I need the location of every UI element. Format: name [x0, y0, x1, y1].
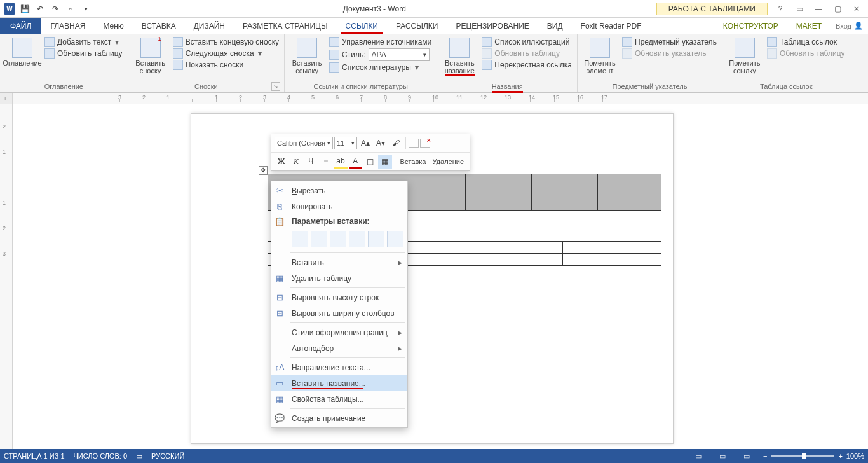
ctx-cut[interactable]: ✂Вырезать: [271, 183, 407, 198]
tab-page-layout[interactable]: РАЗМЕТКА СТРАНИЦЫ: [234, 18, 337, 34]
shading-button[interactable]: ◫: [363, 155, 377, 169]
update-toa-button[interactable]: Обновить таблицу: [766, 48, 846, 59]
font-color-button[interactable]: A: [349, 155, 362, 169]
highlight-button[interactable]: ab: [334, 155, 347, 169]
italic-button[interactable]: К: [289, 155, 302, 169]
mark-citation-button[interactable]: Пометить ссылку: [726, 36, 763, 76]
next-footnote-button[interactable]: Следующая сноска▾: [172, 48, 280, 59]
tab-references[interactable]: ССЫЛКИ: [337, 18, 387, 34]
insert-citation-button[interactable]: Вставить ссылку: [288, 36, 325, 76]
zoom-in-icon[interactable]: +: [838, 452, 842, 460]
ctx-copy[interactable]: ⎘Копировать: [271, 198, 407, 214]
sign-in[interactable]: Вход👤: [831, 18, 868, 34]
zoom-out-icon[interactable]: −: [763, 452, 767, 460]
ctx-table-properties[interactable]: ▦Свойства таблицы...: [271, 391, 407, 407]
tab-review[interactable]: РЕЦЕНЗИРОВАНИЕ: [447, 18, 538, 34]
view-read-icon[interactable]: ▭: [691, 450, 706, 462]
quick-access-toolbar: W 💾 ↶ ↷ ▫ ▾: [0, 2, 93, 16]
table-move-handle[interactable]: ✥: [259, 166, 268, 175]
tab-home[interactable]: ГЛАВНАЯ: [41, 18, 94, 34]
update-toc-button[interactable]: Обновить таблицу: [43, 48, 124, 59]
tab-mailings[interactable]: РАССЫЛКИ: [387, 18, 447, 34]
update-figures-button[interactable]: Обновить таблицу: [480, 48, 573, 59]
citation-style-dropdown[interactable]: APA▾: [369, 48, 430, 61]
maximize-icon[interactable]: ▢: [830, 3, 845, 15]
add-text-icon: [44, 37, 55, 47]
ctx-insert-caption[interactable]: ▭Вставить название...: [271, 375, 407, 391]
horizontal-ruler[interactable]: L 3211234567891011121314151617: [0, 93, 868, 104]
status-page[interactable]: СТРАНИЦА 1 ИЗ 1: [4, 452, 65, 460]
ctx-autofit[interactable]: Автоподбор▶: [271, 340, 407, 356]
table-of-figures-button[interactable]: Список иллюстраций: [480, 36, 573, 48]
mark-entry-button[interactable]: Пометить элемент: [581, 36, 618, 76]
save-icon[interactable]: 💾: [18, 2, 32, 16]
update-index-button[interactable]: Обновить указатель: [621, 48, 718, 59]
font-family-combo[interactable]: Calibri (Основн▾: [275, 137, 333, 149]
cross-reference-button[interactable]: Перекрестная ссылка: [480, 59, 573, 71]
paste-opt-1[interactable]: [292, 231, 308, 247]
ctx-delete-table[interactable]: ▦Удалить таблицу: [271, 270, 407, 286]
insert-footnote-button[interactable]: 1Вставить сноску: [132, 36, 169, 76]
bold-button[interactable]: Ж: [275, 155, 288, 169]
view-print-icon[interactable]: ▭: [715, 450, 730, 462]
insert-endnote-button[interactable]: Вставить концевую сноску: [172, 36, 280, 48]
zoom-value[interactable]: 100%: [846, 452, 864, 460]
help-icon[interactable]: ?: [773, 3, 788, 15]
bibliography-button[interactable]: Список литературы▾: [328, 62, 433, 73]
footnotes-launcher[interactable]: ↘: [271, 82, 280, 91]
ribbon-display-icon[interactable]: ▭: [792, 3, 807, 15]
status-proofing-icon[interactable]: ▭: [136, 452, 142, 460]
tab-design[interactable]: ДИЗАЙН: [185, 18, 234, 34]
insert-split-button[interactable]: [409, 136, 419, 150]
ctx-distribute-cols[interactable]: ⊞Выровнять ширину столбцов: [271, 305, 407, 321]
ctx-border-styles[interactable]: Стили оформления границ▶: [271, 324, 407, 340]
ctx-distribute-rows[interactable]: ⊟Выровнять высоту строк: [271, 289, 407, 305]
format-painter-icon[interactable]: 🖌: [389, 136, 403, 150]
vertical-ruler[interactable]: 2 1 1 2 3: [0, 104, 13, 449]
paste-opt-4[interactable]: [349, 231, 365, 247]
add-text-button[interactable]: Добавить текст▾: [43, 36, 124, 48]
grow-font-icon[interactable]: A▴: [358, 136, 372, 150]
zoom-slider[interactable]: [771, 455, 834, 457]
underline-button[interactable]: Ч: [304, 155, 318, 169]
tab-menu[interactable]: Меню: [94, 18, 132, 34]
font-size-combo[interactable]: 11▾: [334, 137, 357, 149]
qat-dropdown-icon[interactable]: ▾: [79, 2, 93, 16]
ctx-new-comment[interactable]: 💬Создать примечание: [271, 410, 407, 426]
borders-button[interactable]: ▦: [378, 155, 391, 169]
tab-foxit[interactable]: Foxit Reader PDF: [572, 18, 651, 34]
view-web-icon[interactable]: ▭: [739, 450, 754, 462]
insert-index-button[interactable]: Предметный указатель: [621, 36, 718, 48]
align-button[interactable]: ≡: [319, 155, 332, 169]
cut-icon: ✂: [274, 185, 285, 197]
ruler-corner[interactable]: L: [0, 93, 13, 104]
paste-opt-2[interactable]: [311, 231, 327, 247]
insert-caption-button[interactable]: Вставить название: [441, 36, 478, 76]
status-language[interactable]: РУССКИЙ: [151, 452, 184, 460]
tab-file[interactable]: ФАЙЛ: [0, 18, 41, 34]
show-notes-button[interactable]: Показать сноски: [172, 59, 280, 71]
insert-toa-button[interactable]: Таблица ссылок: [766, 36, 846, 48]
status-words[interactable]: ЧИСЛО СЛОВ: 0: [74, 452, 128, 460]
undo-icon[interactable]: ↶: [33, 2, 47, 16]
context-menu: ✂Вырезать ⎘Копировать 📋Параметры вставки…: [271, 181, 408, 428]
toc-button[interactable]: Оглавление: [4, 36, 41, 68]
ctx-insert[interactable]: Вставить▶: [271, 254, 407, 270]
tab-view[interactable]: ВИД: [538, 18, 572, 34]
mark-citation-icon: [735, 38, 755, 58]
tab-table-design[interactable]: КОНСТРУКТОР: [714, 18, 787, 34]
tab-insert[interactable]: ВСТАВКА: [133, 18, 185, 34]
tab-table-layout[interactable]: МАКЕТ: [787, 18, 831, 34]
close-icon[interactable]: ✕: [849, 3, 864, 15]
minimize-icon[interactable]: —: [811, 3, 826, 15]
ctx-text-direction[interactable]: ↕AНаправление текста...: [271, 359, 407, 375]
paste-opt-3[interactable]: [330, 231, 346, 247]
manage-sources-button[interactable]: Управление источниками: [328, 36, 433, 48]
title-bar: W 💾 ↶ ↷ ▫ ▾ Документ3 - Word РАБОТА С ТА…: [0, 0, 868, 18]
shrink-font-icon[interactable]: A▾: [374, 136, 388, 150]
paste-opt-5[interactable]: [368, 231, 384, 247]
paste-opt-6[interactable]: [387, 231, 403, 247]
new-doc-icon[interactable]: ▫: [64, 2, 78, 16]
redo-icon[interactable]: ↷: [48, 2, 62, 16]
delete-split-button[interactable]: ✕: [420, 136, 430, 150]
